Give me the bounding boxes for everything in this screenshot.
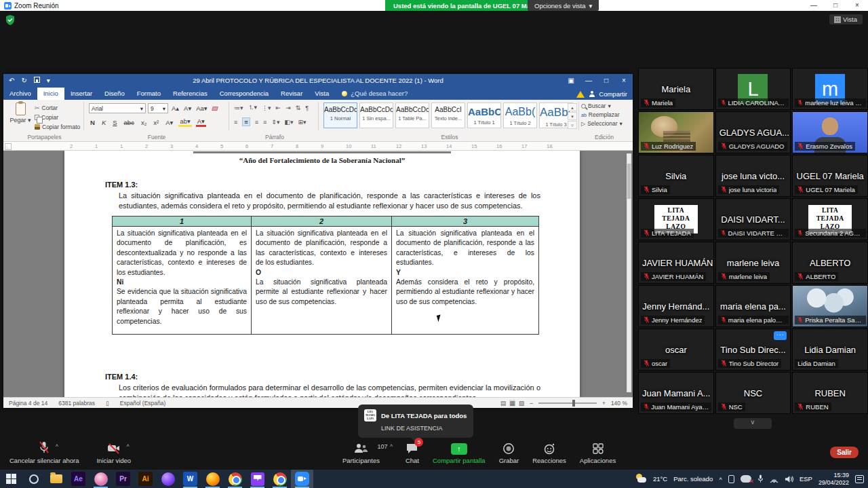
- premiere-pro-icon[interactable]: Pr: [112, 470, 134, 488]
- language-indicator[interactable]: Español (España): [120, 400, 166, 407]
- undo-icon[interactable]: ↶: [9, 77, 14, 84]
- tell-me-search[interactable]: ¿Qué desea hacer?: [342, 90, 408, 100]
- zoom-in-button[interactable]: +: [602, 400, 606, 407]
- participant-tile[interactable]: LLIDIA CAROLINA GU...: [715, 68, 791, 110]
- web-layout-icon[interactable]: ▧: [519, 400, 525, 407]
- pilcrow-button[interactable]: ¶: [305, 105, 309, 111]
- align-left-button[interactable]: ≡: [234, 119, 237, 126]
- save-icon[interactable]: [34, 77, 40, 83]
- style-card[interactable]: AaBbCcITexto inde...: [431, 102, 465, 128]
- page-indicator[interactable]: Página 4 de 14: [9, 400, 47, 407]
- device-tray-icon[interactable]: [728, 475, 734, 483]
- participant-tile[interactable]: ALBERTOALBERTO: [792, 242, 868, 284]
- participant-tile[interactable]: mmarlene luz leiva rod...: [792, 68, 868, 110]
- replace-button[interactable]: abReemplazar: [581, 111, 623, 118]
- volume-icon[interactable]: [785, 475, 793, 483]
- style-card[interactable]: AaBb(1 Título 2: [503, 102, 537, 128]
- styles-up-icon[interactable]: ▴: [568, 103, 577, 111]
- firefox-icon[interactable]: [201, 470, 224, 488]
- participant-tile[interactable]: Juan Mamani A...Juan Mamani Ayana...: [638, 372, 714, 414]
- browser-purple-icon[interactable]: [157, 470, 179, 488]
- word-tab-revisar[interactable]: Revisar: [275, 88, 309, 100]
- microphone-tray-icon[interactable]: [757, 474, 764, 483]
- tab-selector-icon[interactable]: ∟: [5, 143, 12, 150]
- bold-button[interactable]: N: [89, 119, 96, 126]
- document-canvas[interactable]: “Año del Fortalecimiento de la Soberanía…: [3, 151, 633, 397]
- shrink-font-button[interactable]: A▾: [182, 105, 193, 112]
- document-scrollbar[interactable]: [627, 153, 631, 392]
- illustrator-icon[interactable]: Ai: [134, 470, 157, 488]
- word-close-button[interactable]: ×: [615, 74, 633, 87]
- after-effects-icon[interactable]: Ae: [67, 470, 90, 488]
- participant-tile[interactable]: Lidia DamianLidia Damian: [792, 329, 868, 371]
- participants-button[interactable]: 107 ˄ Participantes: [342, 441, 380, 464]
- justify-button[interactable]: ≡: [263, 119, 267, 126]
- participant-tile[interactable]: Erasmo Zevalos: [792, 111, 868, 153]
- warning-icon[interactable]: [576, 91, 585, 98]
- font-name-select[interactable]: Arial▾: [89, 103, 146, 113]
- participant-tile[interactable]: Priska Peralta Santa ...: [792, 285, 868, 327]
- customize-qat-icon[interactable]: ▾: [47, 77, 50, 84]
- zoom-level[interactable]: 140 %: [611, 400, 627, 407]
- cortana-icon[interactable]: [22, 470, 45, 488]
- paste-button[interactable]: Pegar ▾: [9, 102, 32, 130]
- word-tab-vista[interactable]: Vista: [309, 88, 335, 100]
- font-color-button[interactable]: A▾: [196, 117, 206, 127]
- format-painter-button[interactable]: Copiar formato: [35, 122, 80, 131]
- word-tab-archivo[interactable]: Archivo: [3, 88, 37, 100]
- weather-icon[interactable]: [635, 474, 647, 484]
- zoom-out-button[interactable]: –: [530, 400, 533, 407]
- participant-tile[interactable]: Jenny Hernánd...Jenny Hernández: [638, 285, 714, 327]
- shading-button[interactable]: ◧▾: [284, 119, 293, 126]
- reactions-button[interactable]: Reacciones: [532, 441, 566, 464]
- share-screen-button[interactable]: ↑ Compartir pantalla: [433, 441, 486, 464]
- style-card[interactable]: AaBbCcI1 Título 1: [467, 102, 501, 128]
- vista-button[interactable]: Vista: [829, 14, 863, 24]
- word-tab-insertar[interactable]: Insertar: [64, 88, 98, 100]
- view-options-button[interactable]: Opciones de vista ▾: [528, 0, 599, 11]
- word-tab-formato[interactable]: Formato: [131, 88, 167, 100]
- close-button[interactable]: ×: [846, 0, 868, 11]
- tile-more-button[interactable]: ···: [774, 331, 787, 340]
- chrome-profile-icon[interactable]: [269, 470, 291, 488]
- chrome-icon[interactable]: [224, 470, 246, 488]
- zoom-app-icon[interactable]: [291, 470, 313, 488]
- weather-temp[interactable]: 21°C: [653, 475, 667, 483]
- keyboard-language[interactable]: ESP: [800, 475, 812, 483]
- numbering-button[interactable]: ⒈▾: [248, 103, 258, 112]
- underline-button[interactable]: S: [111, 119, 118, 126]
- multilevel-list-button[interactable]: ⋮▾: [262, 105, 271, 111]
- gallery-collapse-button[interactable]: ˅: [734, 418, 772, 429]
- participant-tile[interactable]: oscaroscar: [638, 329, 714, 371]
- decrease-indent-button[interactable]: ⇤: [276, 105, 281, 111]
- participant-tile[interactable]: UGEL 07 MarielaUGEL 07 Mariela: [792, 155, 868, 197]
- read-mode-icon[interactable]: ▤: [500, 400, 507, 407]
- file-explorer-icon[interactable]: [45, 470, 67, 488]
- horizontal-ruler[interactable]: ∟ 21123456789101112131415161718: [3, 142, 633, 151]
- participant-tile[interactable]: DAISI VIDART...DAISI VIDARTE SAN...: [715, 198, 791, 240]
- find-button[interactable]: Buscar ▾: [581, 102, 623, 109]
- participant-tile[interactable]: maria elena pa...maria elena palomin...: [715, 285, 791, 327]
- video-options-chevron[interactable]: ˄: [126, 443, 130, 449]
- start-button[interactable]: [0, 470, 22, 488]
- zoom-slider-thumb[interactable]: [572, 400, 575, 407]
- participant-tile[interactable]: marlene leivamarlene leiva: [715, 242, 791, 284]
- mascot-app-icon[interactable]: [90, 470, 112, 488]
- minimize-button[interactable]: —: [803, 0, 825, 11]
- share-button[interactable]: Compartir: [599, 90, 627, 98]
- redo-icon[interactable]: ↻: [21, 77, 26, 84]
- proofing-icon[interactable]: ▯: [106, 400, 109, 407]
- apps-button[interactable]: Aplicaciones: [580, 441, 616, 464]
- participant-tile[interactable]: MarielaMariela: [638, 68, 714, 110]
- bullets-button[interactable]: ≔▾: [234, 105, 243, 111]
- font-size-select[interactable]: 9▾: [148, 103, 168, 113]
- line-spacing-button[interactable]: ⇕▾: [271, 119, 279, 126]
- maximize-button[interactable]: □: [825, 0, 846, 11]
- strikethrough-button[interactable]: abc: [123, 119, 136, 126]
- styles-expand-icon[interactable]: ▿: [568, 121, 577, 129]
- participant-tile[interactable]: LITA TEJADA LAZOLITA TEJADA: [638, 198, 714, 240]
- scrollbar-thumb[interactable]: [627, 164, 631, 199]
- align-center-button[interactable]: ≡: [242, 117, 250, 126]
- cut-button[interactable]: ✂Cortar: [35, 103, 80, 112]
- print-layout-icon[interactable]: ▦: [509, 400, 515, 407]
